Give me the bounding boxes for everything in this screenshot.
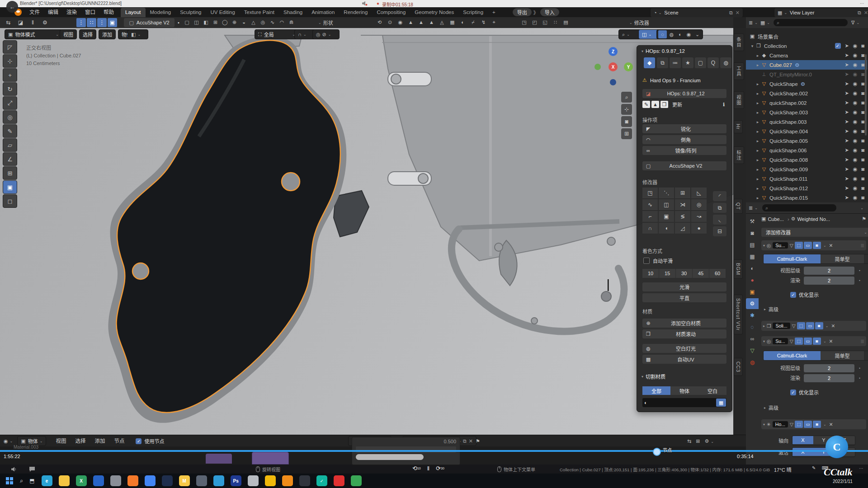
close-icon[interactable]: ✕ (736, 10, 740, 16)
outliner-search-input[interactable]: ⌕ (774, 19, 848, 26)
camera-restrict-icon[interactable]: ◙ (861, 166, 864, 172)
cursor-select-icon[interactable]: ➤ (845, 176, 849, 182)
cursor-select-icon[interactable]: ➤ (845, 128, 849, 134)
cursor-select-icon[interactable]: ➤ (845, 43, 849, 49)
workspace-tab[interactable]: Layout (121, 8, 146, 17)
disclosure-icon[interactable]: ▸ (755, 91, 760, 96)
viewport-menu-选择[interactable]: 选择 (79, 29, 96, 39)
optimal-display-row[interactable]: ✓优化显示・ (761, 291, 868, 298)
pencil-icon[interactable]: ✎ (812, 465, 816, 470)
toggle-dots-b-icon[interactable]: ∷ (87, 18, 96, 27)
hops-side-s4-icon[interactable]: ⊟ (713, 226, 726, 236)
proportional-edit-toggle[interactable]: ◎⊘⌄ (312, 29, 340, 39)
more-icon[interactable]: ⋯ (859, 466, 863, 471)
overlay-icon[interactable]: ◬ (438, 18, 446, 26)
shader-menu-节点[interactable]: 节点 (110, 436, 128, 446)
gumroad-icon[interactable]: ▲ (651, 101, 659, 108)
camera-restrict-icon[interactable]: ◙ (861, 185, 864, 191)
panel-icon[interactable]: ▤ (561, 18, 570, 26)
simple-button[interactable]: 简单型 (821, 254, 864, 263)
annotate-tool[interactable]: ✎ (3, 124, 17, 138)
cursor-select-icon[interactable]: ➤ (845, 138, 849, 144)
hops-grid-g6-icon[interactable]: ◫ (659, 199, 674, 210)
angle-15-button[interactable]: 15 (659, 269, 675, 278)
eye-icon[interactable]: ◉ (853, 157, 858, 163)
outliner-item-quickShape.002[interactable]: ▸▽quickShape.002➤◉◙ (746, 98, 867, 108)
update-label[interactable]: 更新 (672, 101, 682, 108)
outliner-filter-mode-icon[interactable]: ▦⌄ (760, 20, 770, 26)
hops-active-icon[interactable]: ◆ (644, 57, 655, 68)
axis-X-button[interactable]: X (793, 436, 813, 444)
hops-side-s1-icon[interactable]: ◜ (713, 191, 726, 201)
claw-icon[interactable]: ⋒ (287, 18, 296, 26)
hops-grid-g9-icon[interactable]: ⌐ (642, 211, 658, 222)
realtime-toggle-icon[interactable]: ▭ (804, 242, 812, 249)
hops-material-0-button[interactable]: ⊕添加空白材质 (642, 319, 726, 328)
toggle-box-icon[interactable]: ▣ (108, 18, 117, 27)
gizmo-y-neg[interactable] (594, 64, 601, 70)
advanced-section-2[interactable]: ▸高级 (761, 404, 866, 411)
copy-icon[interactable]: ⧉ (463, 438, 467, 444)
vault-icon[interactable]: ◧ (202, 18, 210, 26)
rotate-tool[interactable]: ↻ (3, 82, 17, 96)
ring-icon[interactable]: ◎ (259, 18, 267, 26)
video-scrubber[interactable] (653, 448, 661, 456)
hops-op-1-button[interactable]: ◠倒角 (642, 135, 726, 144)
outliner-display-mode-icon[interactable]: ≣⌄ (749, 20, 758, 26)
camera-restrict-icon[interactable]: ◙ (861, 109, 864, 115)
cursor-select-icon[interactable]: ➤ (845, 147, 849, 153)
cctalk-logo[interactable]: C (826, 436, 848, 458)
cursor-select-icon[interactable]: ➤ (845, 71, 849, 77)
half-sphere-icon[interactable]: ◒ (240, 18, 248, 26)
arc-icon[interactable]: ◠ (278, 18, 286, 26)
sidebar-tab-1[interactable]: 工具 (734, 62, 744, 80)
properties-tab-view-layer[interactable]: ▦ (746, 251, 759, 262)
eye-icon[interactable]: ◉ (853, 166, 858, 172)
hops-grid-g3-icon[interactable]: ⊞ (675, 188, 690, 198)
camera-restrict-icon[interactable]: ◙ (861, 138, 864, 144)
dots-icon[interactable]: ∷ (551, 18, 560, 26)
catmull-clark-button[interactable]: Catmull-Clark (764, 351, 821, 360)
workspace-tab[interactable]: Rendering (339, 8, 372, 17)
shading-ball-icon[interactable]: ◌ (658, 30, 667, 38)
titlebar-more-icon[interactable]: ⋯ (860, 1, 864, 6)
properties-tab-data[interactable]: ▽ (746, 345, 759, 356)
properties-tab-particles[interactable]: ✱ (746, 310, 759, 321)
hops-panel-title[interactable]: ▾HOps: 0.9.87_12 (642, 48, 685, 54)
hops-grid-g14-icon[interactable]: ◖ (659, 223, 674, 234)
hops-grid-g8-icon[interactable]: ◎ (691, 199, 707, 210)
outliner-item-QuickShape.004[interactable]: ▸▽QuickShape.004➤◉◙ (746, 127, 867, 136)
chat-bubble-icon[interactable] (29, 466, 35, 472)
sidebar-tab-4[interactable]: 标注 (734, 146, 744, 164)
camera-restrict-icon[interactable]: ◙ (861, 62, 864, 68)
orientation-icon[interactable]: ⟲ (375, 18, 384, 26)
taskbar-app-chrome[interactable] (145, 475, 156, 486)
corner-icon[interactable]: ◪ (16, 18, 25, 27)
grid-icon[interactable]: ⊞ (696, 438, 700, 444)
render-toggle-icon[interactable]: ◙ (813, 242, 821, 249)
brush-icon[interactable]: ✎ (642, 101, 650, 108)
cut-tab-全部[interactable]: 全部 (642, 386, 670, 395)
view-layer-selector[interactable]: ▦⌄ View Layer ⧉ ✕ (774, 8, 868, 18)
mode-dropdown[interactable]: ▣ 物体模式⌄ (5, 29, 62, 39)
autosmooth-checkbox[interactable]: 自动平滑 (643, 257, 673, 264)
viewport-level-value[interactable]: 2 (804, 267, 854, 275)
outliner-funnel-icon[interactable]: ∇⌄ (851, 20, 859, 26)
primitive-tool[interactable]: ◻ (3, 194, 17, 208)
window-c-icon[interactable]: ◱ (541, 18, 549, 26)
hops-grid-g16-icon[interactable]: ● (691, 223, 707, 234)
move-tool[interactable]: + (3, 68, 17, 82)
shape-dropdown[interactable]: ⌄形状 (316, 18, 333, 27)
export-button[interactable]: 导出 (513, 8, 532, 16)
pause-icon[interactable]: ‖ (28, 18, 38, 27)
modifier-name-field[interactable]: Ho... (773, 421, 788, 427)
shading-ball-icon[interactable]: ◍ (667, 30, 676, 38)
window-a-icon[interactable]: ◳ (520, 18, 528, 26)
cut-tab-空白[interactable]: 空白 (698, 386, 726, 395)
task-view-icon[interactable]: ⬒ (29, 478, 34, 484)
hops-side-s3-icon[interactable]: ◟ (713, 215, 726, 225)
pivot-a-icon[interactable]: ▲ (406, 18, 415, 26)
eye-icon[interactable]: ◉ (853, 109, 858, 115)
outliner-item-quickShape.006[interactable]: ▸▽quickShape.006➤◉◙ (746, 145, 867, 155)
editor-type-icon[interactable]: ⇆ (4, 18, 13, 27)
